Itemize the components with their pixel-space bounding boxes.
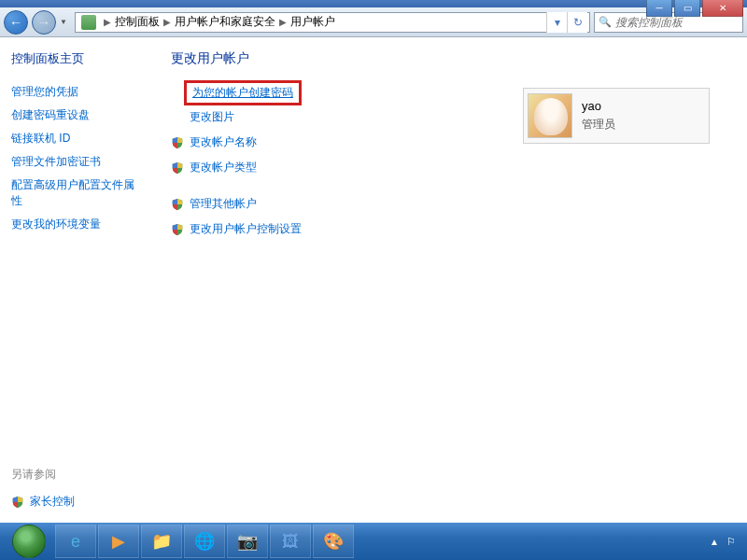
taskbar: e ▶ 📁 🌐 📷 🖼 🎨 ▲ ⚐ bbox=[0, 523, 747, 560]
shield-icon bbox=[171, 136, 184, 149]
user-card: yao 管理员 bbox=[523, 88, 710, 144]
taskbar-item-paint[interactable]: 🎨 bbox=[313, 525, 354, 558]
refresh-button[interactable]: ↻ bbox=[567, 12, 587, 33]
sidebar-link-credentials[interactable]: 管理您的凭据 bbox=[7, 80, 144, 104]
link-uac-settings[interactable]: 更改用户帐户控制设置 bbox=[171, 217, 728, 241]
palette-icon: 🎨 bbox=[323, 531, 344, 552]
media-icon: ▶ bbox=[112, 531, 125, 552]
minimize-button[interactable]: ─ bbox=[646, 0, 672, 17]
close-button[interactable]: ✕ bbox=[702, 0, 743, 17]
breadcrumb-leaf[interactable]: 用户帐户 bbox=[290, 14, 335, 30]
shield-icon bbox=[171, 198, 184, 211]
sidebar-link-profiles[interactable]: 配置高级用户配置文件属性 bbox=[7, 174, 144, 213]
history-dropdown[interactable]: ▼ bbox=[60, 18, 71, 26]
globe-icon: 🌐 bbox=[194, 531, 215, 552]
control-panel-icon bbox=[81, 15, 96, 30]
chevron-right-icon: ▶ bbox=[163, 17, 171, 27]
address-bar: ← → ▼ ▶ 控制面板 ▶ 用户帐户和家庭安全 ▶ 用户帐户 ▾ ↻ 🔍 bbox=[0, 7, 747, 37]
uac-label: 更改用户帐户控制设置 bbox=[190, 221, 302, 237]
user-info: yao 管理员 bbox=[582, 99, 615, 133]
start-button[interactable] bbox=[4, 524, 54, 559]
sidebar: 控制面板主页 管理您的凭据 创建密码重设盘 链接联机 ID 管理文件加密证书 配… bbox=[0, 37, 151, 523]
change-type-label: 更改帐户类型 bbox=[190, 160, 257, 175]
sidebar-link-online-id[interactable]: 链接联机 ID bbox=[7, 127, 144, 150]
taskbar-item-ie[interactable]: e bbox=[55, 525, 96, 558]
taskbar-item-explorer[interactable]: 📁 bbox=[141, 525, 182, 558]
flag-icon[interactable]: ⚐ bbox=[726, 536, 736, 548]
link-change-type[interactable]: 更改帐户类型 bbox=[171, 156, 728, 179]
camera-icon: 📷 bbox=[237, 531, 258, 552]
parental-label: 家长控制 bbox=[30, 494, 75, 510]
user-name: yao bbox=[582, 99, 615, 113]
sidebar-link-env-vars[interactable]: 更改我的环境变量 bbox=[7, 213, 144, 236]
photo-icon: 🖼 bbox=[282, 532, 299, 552]
sidebar-link-reset-disk[interactable]: 创建密码重设盘 bbox=[7, 104, 144, 127]
breadcrumb-mid[interactable]: 用户帐户和家庭安全 bbox=[175, 14, 275, 30]
ie-icon: e bbox=[71, 532, 80, 552]
breadcrumb-dropdown-button[interactable]: ▾ bbox=[546, 12, 567, 33]
sidebar-heading: 控制面板主页 bbox=[7, 50, 144, 67]
windows-orb-icon bbox=[12, 525, 46, 558]
avatar bbox=[528, 93, 572, 138]
titlebar: ─ ▭ ✕ bbox=[0, 0, 747, 7]
link-manage-other[interactable]: 管理其他帐户 bbox=[171, 192, 728, 216]
sidebar-bottom: 另请参阅 家长控制 bbox=[7, 467, 148, 513]
content-heading: 更改用户帐户 bbox=[171, 50, 728, 67]
highlighted-box: 为您的帐户创建密码 bbox=[184, 80, 302, 105]
sidebar-link-certificates[interactable]: 管理文件加密证书 bbox=[7, 150, 144, 174]
search-icon: 🔍 bbox=[599, 16, 612, 28]
taskbar-item-camera[interactable]: 📷 bbox=[227, 525, 268, 558]
folder-icon: 📁 bbox=[151, 531, 172, 552]
watermark-line1: 李字典 教程网 bbox=[639, 497, 741, 511]
chevron-right-icon: ▶ bbox=[104, 17, 111, 27]
shield-icon bbox=[11, 496, 24, 509]
forward-button[interactable]: → bbox=[32, 10, 56, 35]
breadcrumb-root[interactable]: 控制面板 bbox=[115, 14, 160, 30]
taskbar-item-browser[interactable]: 🌐 bbox=[184, 525, 225, 558]
back-button[interactable]: ← bbox=[4, 10, 28, 35]
change-name-label: 更改帐户名称 bbox=[190, 134, 257, 150]
taskbar-item-media[interactable]: ▶ bbox=[98, 525, 139, 558]
maximize-button[interactable]: ▭ bbox=[674, 0, 700, 17]
manage-other-label: 管理其他帐户 bbox=[190, 196, 257, 212]
shield-icon bbox=[171, 161, 184, 175]
sidebar-link-parental[interactable]: 家长控制 bbox=[7, 490, 148, 513]
search-input[interactable] bbox=[615, 16, 739, 29]
watermark: 李字典 教程网 jiaocheng.chazidian.com bbox=[639, 497, 741, 521]
see-also-heading: 另请参阅 bbox=[7, 467, 148, 483]
link-create-password[interactable]: 为您的帐户创建密码 bbox=[192, 86, 293, 99]
system-tray: ▲ ⚐ bbox=[710, 536, 743, 548]
taskbar-item-photos[interactable]: 🖼 bbox=[270, 525, 311, 558]
breadcrumb[interactable]: ▶ 控制面板 ▶ 用户帐户和家庭安全 ▶ 用户帐户 ▾ ↻ bbox=[75, 12, 590, 33]
user-role: 管理员 bbox=[582, 117, 615, 133]
shield-icon bbox=[171, 223, 184, 236]
tray-overflow-button[interactable]: ▲ bbox=[710, 537, 719, 547]
chevron-right-icon: ▶ bbox=[279, 17, 287, 27]
window-controls: ─ ▭ ✕ bbox=[646, 0, 743, 17]
watermark-line2: jiaocheng.chazidian.com bbox=[639, 511, 741, 521]
